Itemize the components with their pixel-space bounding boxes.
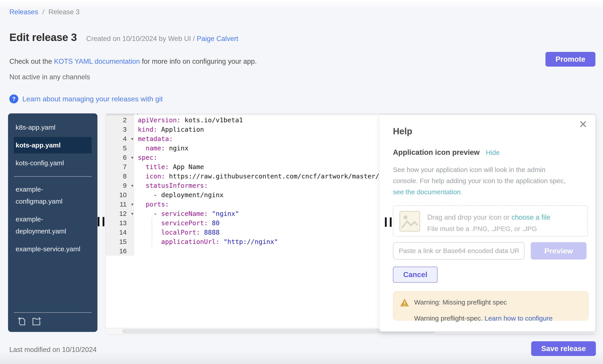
breadcrumb-releases-link[interactable]: Releases [9,8,38,16]
icon-url-row: Preview [393,242,524,260]
preflight-warning-box: Warning: Missing preflight spec Warning … [393,291,589,320]
kots-yaml-docs-link[interactable]: KOTS YAML documentation [54,57,140,65]
line-number: 15 [106,237,134,246]
channel-status: Not active in any channels [9,73,90,81]
fold-arrow-icon[interactable]: ▾ [131,200,133,209]
help-panel: ✕ Help Application icon preview Hide See… [380,114,596,332]
icon-url-input[interactable] [393,242,524,260]
icon-dropzone[interactable]: Drag and drop your icon or choose a file… [393,205,588,237]
text-cursor [137,113,138,114]
file-list: k8s-app.yamlkots-app.yamlkots-config.yam… [8,113,97,257]
file-item-example-service.yaml[interactable]: example-service.yaml [14,241,92,257]
warning-detail: Warning preflight-spec. Learn how to con… [414,315,553,322]
file-item-kots-app.yaml[interactable]: kots-app.yaml [14,137,92,154]
docs-intro-text: Check out the KOTS YAML documentation fo… [9,57,257,66]
line-number: 14 [106,228,134,237]
line-number: 3 [106,125,134,134]
warning-triangle-icon [400,298,409,307]
fold-arrow-icon[interactable]: ▾ [131,134,133,144]
close-icon[interactable]: ✕ [579,118,587,130]
file-item-k8s-app.yaml[interactable]: k8s-app.yaml [14,119,92,136]
line-number: 12▾ [106,209,134,218]
question-icon: ? [9,94,18,103]
image-placeholder-icon [399,211,420,232]
icon-preview-description: See how your application icon will look … [393,164,566,198]
created-by-link[interactable]: Paige Calvert [197,35,238,43]
line-number: 6▾ [106,153,134,162]
line-number: 2 [106,115,134,125]
save-release-button[interactable]: Save release [531,341,596,356]
see-documentation-link[interactable]: see the documentation [393,188,461,196]
dropzone-file-types: File must be a .PNG, .JPEG, or .JPG [427,225,537,232]
breadcrumb: Releases / Release 3 [9,8,80,16]
add-file-icon[interactable] [17,316,27,326]
choose-file-link[interactable]: choose a file [511,213,550,221]
sidebar-editor-resize-handle[interactable] [98,217,104,226]
cancel-button[interactable]: Cancel [393,267,438,283]
add-folder-icon[interactable] [32,316,41,326]
git-help-row: ? Learn about managing your releases wit… [9,94,163,103]
fold-arrow-icon[interactable]: ▾ [131,181,133,190]
page-title: Edit release 3 [9,31,77,44]
line-number: 11▾ [106,199,134,209]
line-number: 4▾ [106,134,134,143]
warning-title: Warning: Missing preflight spec [414,298,507,306]
fold-arrow-icon[interactable]: ▾ [131,153,133,162]
sidebar-footer [14,312,92,328]
line-number: 5 [106,143,134,153]
line-number: 10 [106,190,134,199]
breadcrumb-current: Release 3 [48,8,80,16]
release-editor-page: Releases / Release 3 Edit release 3 Crea… [0,0,603,364]
title-row: Edit release 3 Created on 10/10/2024 by … [9,31,238,44]
help-panel-resize-handle[interactable] [385,217,392,227]
file-item-example-deployment.yaml[interactable]: example-deployment.yaml [14,211,92,240]
sidebar-divider [14,176,92,177]
line-number: 8 [106,172,134,181]
help-panel-title: Help [393,126,412,136]
dropzone-text: Drag and drop your icon or choose a file [427,213,550,221]
line-number: 9▾ [106,181,134,190]
file-item-example-configmap.yaml[interactable]: example-configmap.yaml [14,181,92,210]
last-modified-text: Last modified on 10/10/2024 [9,346,97,354]
line-number: 16 [106,246,134,256]
file-item-kots-config.yaml[interactable]: kots-config.yaml [14,155,92,171]
promote-button[interactable]: Promote [545,52,595,66]
preflight-configure-link[interactable]: Learn how to configure [485,315,553,322]
fold-arrow-icon[interactable]: ▾ [131,209,133,219]
icon-preview-section-header: Application icon preview Hide [393,148,499,157]
line-number: 7 [106,162,134,172]
line-number: 13 [106,218,134,228]
breadcrumb-separator: / [42,8,44,16]
created-text: Created on 10/10/2024 by Web UI / [86,35,197,43]
created-info: Created on 10/10/2024 by Web UI / Paige … [86,35,238,43]
line-number: 1 [106,113,134,115]
git-releases-link[interactable]: Learn about managing your releases with … [22,95,163,103]
preview-button[interactable]: Preview [531,242,587,260]
icon-preview-title: Application icon preview [393,148,480,157]
hide-link[interactable]: Hide [486,149,500,156]
file-sidebar: k8s-app.yamlkots-app.yamlkots-config.yam… [8,113,97,332]
